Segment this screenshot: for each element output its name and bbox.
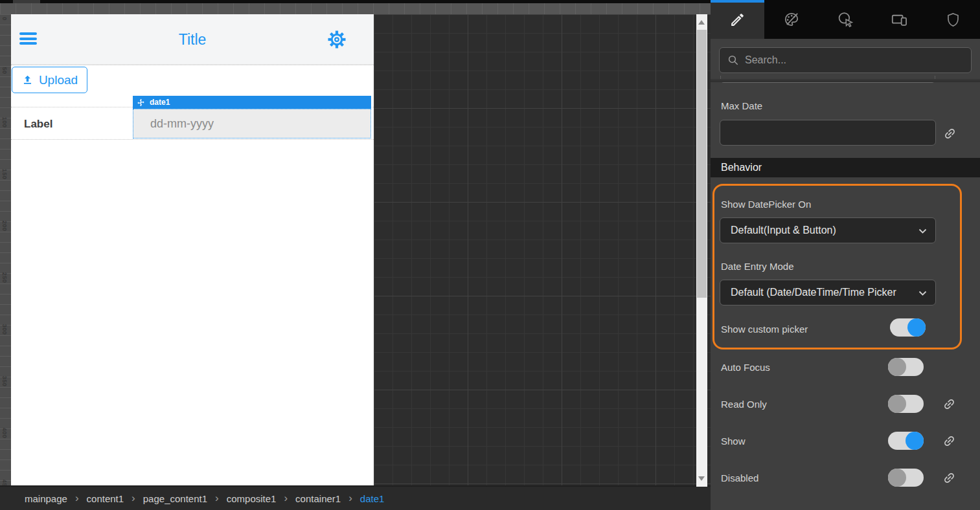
- search-input[interactable]: [745, 54, 963, 66]
- breadcrumb-separator: ›: [284, 492, 288, 505]
- pencil-icon: [729, 12, 746, 28]
- upload-button[interactable]: Upload: [12, 67, 87, 93]
- hamburger-menu-icon[interactable]: [19, 32, 37, 45]
- scrollbar-thumb[interactable]: [697, 30, 707, 298]
- show-toggle[interactable]: [888, 432, 924, 450]
- auto-focus-label: Auto Focus: [721, 362, 770, 373]
- properties-panel: Max Date Behavior Show DatePicker On Def…: [711, 0, 980, 510]
- ruler-label: 0: [1, 14, 8, 25]
- ruler-label: 100: [1, 116, 8, 129]
- breadcrumb-item-page_content1[interactable]: page_content1: [143, 493, 207, 504]
- canvas-scrollbar[interactable]: [696, 14, 707, 487]
- ruler-label: 450: [1, 478, 8, 485]
- bind-link-icon[interactable]: [943, 127, 957, 140]
- tab-properties[interactable]: [711, 0, 764, 39]
- preview-header: Title: [11, 14, 374, 65]
- chevron-down-icon: [918, 291, 927, 296]
- widget-selection-bar[interactable]: date1: [133, 96, 371, 109]
- panel-tabs: [711, 0, 980, 39]
- design-canvas: 050100150200250300350400450 Title: [0, 0, 711, 510]
- devices-icon: [891, 11, 908, 28]
- read-only-toggle[interactable]: [888, 395, 924, 413]
- move-icon: [137, 98, 145, 107]
- date-widget-selected[interactable]: date1 dd-mm-yyyy: [133, 96, 371, 139]
- palette-icon: [783, 11, 800, 28]
- breadcrumb-separator: ›: [215, 492, 219, 505]
- date-entry-mode-select[interactable]: Default (Date/DateTime/Time Picker: [720, 280, 936, 305]
- breadcrumb-separator: ›: [348, 492, 352, 505]
- breadcrumb-item-date1[interactable]: date1: [360, 493, 385, 504]
- ruler-label: 200: [1, 219, 8, 232]
- max-date-label: Max Date: [721, 100, 762, 111]
- tab-security[interactable]: [926, 0, 980, 39]
- scroll-down-arrow[interactable]: [698, 476, 705, 481]
- vertical-ruler: 050100150200250300350400450: [0, 14, 11, 485]
- mobile-preview: Title Upload: [11, 14, 374, 485]
- breadcrumb-item-mainpage[interactable]: mainpage: [25, 493, 67, 504]
- search-icon: [727, 54, 739, 66]
- content-outline: [11, 65, 374, 65]
- section-divider: [711, 79, 980, 82]
- widget-name: date1: [150, 98, 170, 107]
- search-box: [719, 47, 972, 73]
- disabled-toggle[interactable]: [888, 469, 924, 487]
- upload-button-label: Upload: [39, 73, 78, 87]
- show-datepicker-on-label: Show DatePicker On: [721, 199, 811, 210]
- ruler-label: 400: [1, 427, 8, 439]
- ruler-label: 150: [1, 168, 8, 181]
- date-entry-mode-value: Default (Date/DateTime/Time Picker: [731, 287, 896, 298]
- tab-styles[interactable]: [764, 0, 818, 39]
- chevron-down-icon: [918, 228, 927, 234]
- behavior-section-title: Behavior: [721, 158, 762, 177]
- bind-link-icon[interactable]: [942, 397, 956, 411]
- show-custom-picker-label: Show custom picker: [721, 324, 808, 335]
- read-only-label: Read Only: [721, 399, 767, 410]
- show-datepicker-on-value: Default(Input & Button): [731, 225, 836, 236]
- show-label: Show: [721, 436, 746, 447]
- ruler-label: 300: [1, 323, 8, 336]
- canvas-grid: [374, 14, 711, 485]
- breadcrumb: mainpage›content1›page_content1›composit…: [0, 487, 711, 510]
- disabled-label: Disabled: [721, 472, 758, 483]
- field-label: Label: [24, 107, 52, 140]
- tab-devices[interactable]: [872, 0, 926, 39]
- breadcrumb-separator: ›: [131, 492, 135, 505]
- horizontal-ruler: [0, 3, 711, 14]
- ruler-label: 50: [1, 64, 8, 77]
- gear-icon[interactable]: [327, 30, 347, 49]
- auto-focus-toggle[interactable]: [888, 358, 924, 376]
- bind-link-icon[interactable]: [942, 471, 956, 485]
- shield-icon: [945, 12, 961, 28]
- behavior-section-header: Behavior: [711, 158, 980, 177]
- cursor-select-icon: [837, 11, 854, 28]
- date-entry-mode-label: Date Entry Mode: [721, 261, 794, 272]
- page-title: Title: [11, 14, 374, 65]
- scroll-up-arrow[interactable]: [698, 20, 705, 25]
- bind-link-icon[interactable]: [942, 434, 956, 448]
- breadcrumb-separator: ›: [75, 492, 79, 505]
- show-custom-picker-toggle[interactable]: [890, 318, 926, 337]
- ruler-label: 350: [1, 375, 8, 388]
- upload-icon: [21, 74, 34, 86]
- max-date-input[interactable]: [720, 120, 936, 146]
- show-datepicker-on-select[interactable]: Default(Input & Button): [720, 217, 936, 243]
- date-input[interactable]: dd-mm-yyyy: [133, 109, 371, 139]
- breadcrumb-item-composite1[interactable]: composite1: [227, 493, 277, 504]
- tab-events[interactable]: [818, 0, 872, 39]
- breadcrumb-item-container1[interactable]: container1: [295, 493, 341, 504]
- breadcrumb-item-content1[interactable]: content1: [87, 493, 124, 504]
- ruler-label: 250: [1, 271, 8, 284]
